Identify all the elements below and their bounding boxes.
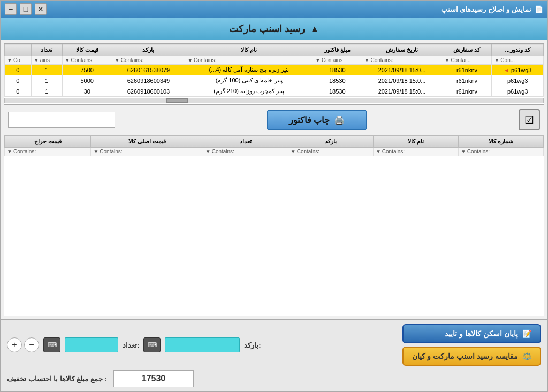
table-cell: پنیر زبره پنج ستاره آمل کاله (4...) xyxy=(185,65,313,75)
table-cell: 7500 xyxy=(62,65,112,75)
table-cell: r61nknv xyxy=(442,65,492,75)
bot-col-barcode: بارکد xyxy=(288,136,373,148)
table-cell: 6260918600349 xyxy=(112,75,185,86)
horizontal-scrollbar[interactable] xyxy=(4,98,544,103)
table-cell: p61wg3 xyxy=(492,86,544,97)
scan-icon: 📝 xyxy=(522,329,531,338)
col-extra xyxy=(5,44,32,56)
table-row[interactable]: p61wg3 ◄r61nknv...15:0 2021/09/1818530پن… xyxy=(5,65,544,75)
table-cell: r61nknv xyxy=(442,86,492,97)
window-title: نمایش و اصلاح رسیدهای اسنپ xyxy=(441,5,531,13)
collapse-icon[interactable]: ▲ xyxy=(310,24,319,34)
col-vendor: کد وندور... xyxy=(492,44,544,56)
table-cell: پنیر کمچرب روزانه (210 گرم) xyxy=(185,86,313,97)
keyboard-icon-barcode[interactable]: ⌨ xyxy=(143,337,161,352)
right-input-field[interactable] xyxy=(8,112,115,128)
scan-label: پایان اسکن کالاها و تایید xyxy=(445,329,518,338)
content-area: کد وندور... کد سفارش تاریخ سفارش مبلغ فا… xyxy=(1,40,547,319)
bot-filter-orig-price[interactable]: :Contains ▼ xyxy=(91,148,203,156)
bot-filter-item-no[interactable]: :Contains ▼ xyxy=(458,148,543,156)
table-row[interactable]: p61wg3r61nknv...15:0 2021/09/1818530پنیر… xyxy=(5,75,544,86)
filter-amount[interactable]: Contains ▼ xyxy=(313,56,362,65)
col-order-date: تاریخ سفارش xyxy=(362,44,442,56)
header-bar: ▲ رسید اسنپ مارکت xyxy=(1,18,547,40)
table-cell: 1 xyxy=(31,75,62,86)
bot-col-sale-price: قیمت حراج xyxy=(5,136,91,148)
table-cell: پنیر خامه‌ای کیبی (100 گرم) xyxy=(185,75,313,86)
checkbox-button[interactable]: ☑ xyxy=(519,109,540,130)
table-cell: 0 xyxy=(5,65,32,75)
bot-filter-sale-price[interactable]: :Contains ▼ xyxy=(5,148,91,156)
filter-qty[interactable]: ains ▼ xyxy=(31,56,62,65)
col-price: قیمت کالا xyxy=(62,44,112,56)
scan-confirm-button[interactable]: 📝 پایان اسکن کالاها و تایید xyxy=(402,324,541,343)
table-cell: ...15:0 2021/09/18 xyxy=(362,86,442,97)
col-barcode: بارکد xyxy=(112,44,185,56)
footer-row2: 17530 : جمع مبلغ کالاها با احتساب تخفیف xyxy=(7,370,541,387)
bot-filter-name[interactable]: :Contains ▼ xyxy=(373,148,458,156)
total-value-box: 17530 xyxy=(113,370,194,387)
print-label: چاپ فاکتور xyxy=(289,115,330,125)
minimize-button[interactable]: − xyxy=(5,3,17,15)
compare-button[interactable]: ⚖️ مقایسه رسید اسنپ مارکت و کیان xyxy=(402,347,541,366)
table-cell: p61wg3 ◄ xyxy=(492,65,544,75)
bot-filter-barcode[interactable]: :Contains ▼ xyxy=(288,148,373,156)
table-cell: r61nknv xyxy=(442,75,492,86)
table-cell: 0 xyxy=(5,75,32,86)
page-title: رسید اسنپ مارکت xyxy=(229,23,305,35)
bot-filter-qty[interactable]: :Contains ▼ xyxy=(203,148,288,156)
bottom-table: شماره کالا نام کالا بارکد تعداد قیمت اصل… xyxy=(4,135,544,156)
title-bar-controls: ✕ □ − xyxy=(5,3,47,15)
table-cell: 5000 xyxy=(62,75,112,86)
table-cell: 6260918600103 xyxy=(112,86,185,97)
compare-icon: ⚖️ xyxy=(522,352,531,360)
filter-product-name[interactable]: :Contains ▼ xyxy=(185,56,313,65)
total-value: 17530 xyxy=(142,374,166,383)
middle-controls: ☑ 🖨️ چاپ فاکتور xyxy=(4,107,544,133)
title-bar-right: 📄 نمایش و اصلاح رسیدهای اسنپ xyxy=(441,5,543,13)
stepper-minus-button[interactable]: − xyxy=(24,337,39,352)
keyboard-icon-qty[interactable]: ⌨ xyxy=(43,337,60,352)
table-cell: 1 xyxy=(31,86,62,97)
filter-vendor[interactable]: ...Con ▼ xyxy=(492,56,544,65)
footer: 📝 پایان اسکن کالاها و تایید ⚖️ مقایسه رس… xyxy=(1,319,547,391)
bot-col-item-no: شماره کالا xyxy=(458,136,543,148)
qty-input[interactable] xyxy=(65,337,118,352)
stepper-plus-button[interactable]: + xyxy=(7,337,22,352)
table-cell: 0 xyxy=(5,86,32,97)
table-cell: ...15:0 2021/09/18 xyxy=(362,65,442,75)
window-icon: 📄 xyxy=(535,5,543,13)
bot-col-qty: تعداد xyxy=(203,136,288,148)
table-cell: 18530 xyxy=(313,75,362,86)
table-cell: p61wg3 xyxy=(492,75,544,86)
bot-col-orig-price: قیمت اصلی کالا xyxy=(91,136,203,148)
print-icon: 🖨️ xyxy=(334,115,345,125)
barcode-input[interactable] xyxy=(165,337,240,352)
filter-order-date[interactable]: :Contains ▼ xyxy=(362,56,442,65)
filter-barcode[interactable]: :Contains ▼ xyxy=(112,56,185,65)
qty-label: :تعداد xyxy=(123,341,139,349)
bottom-table-container: شماره کالا نام کالا بارکد تعداد قیمت اصل… xyxy=(4,135,544,316)
col-order-code: کد سفارش xyxy=(442,44,492,56)
barcode-label: :بارکد xyxy=(244,341,261,349)
filter-price[interactable]: :Contains ▼ xyxy=(62,56,112,65)
close-button[interactable]: ✕ xyxy=(35,3,47,15)
total-label: : جمع مبلغ کالاها با احتساب تخفیف xyxy=(7,375,107,383)
col-qty: تعداد xyxy=(31,44,62,56)
col-amount: مبلغ فاکتور xyxy=(313,44,362,56)
table-cell: 6260161538079 xyxy=(112,65,185,75)
main-window: 📄 نمایش و اصلاح رسیدهای اسنپ ✕ □ − ▲ رسی… xyxy=(0,0,548,392)
table-row[interactable]: p61wg3r61nknv...15:0 2021/09/1818530پنیر… xyxy=(5,86,544,97)
table-cell: 30 xyxy=(62,86,112,97)
stepper-group: − + xyxy=(7,337,39,352)
top-table-container: کد وندور... کد سفارش تاریخ سفارش مبلغ فا… xyxy=(4,43,544,105)
filter-extra: Co ▼ xyxy=(5,56,32,65)
print-button[interactable]: 🖨️ چاپ فاکتور xyxy=(267,110,367,130)
table-cell: 18530 xyxy=(313,65,362,75)
table-cell: 18530 xyxy=(313,86,362,97)
bot-col-name: نام کالا xyxy=(373,136,458,148)
maximize-button[interactable]: □ xyxy=(20,3,32,15)
filter-order-code[interactable]: ...Contai ▼ xyxy=(442,56,492,65)
footer-row1: 📝 پایان اسکن کالاها و تایید ⚖️ مقایسه رس… xyxy=(7,324,541,366)
title-bar: 📄 نمایش و اصلاح رسیدهای اسنپ ✕ □ − xyxy=(1,1,547,18)
